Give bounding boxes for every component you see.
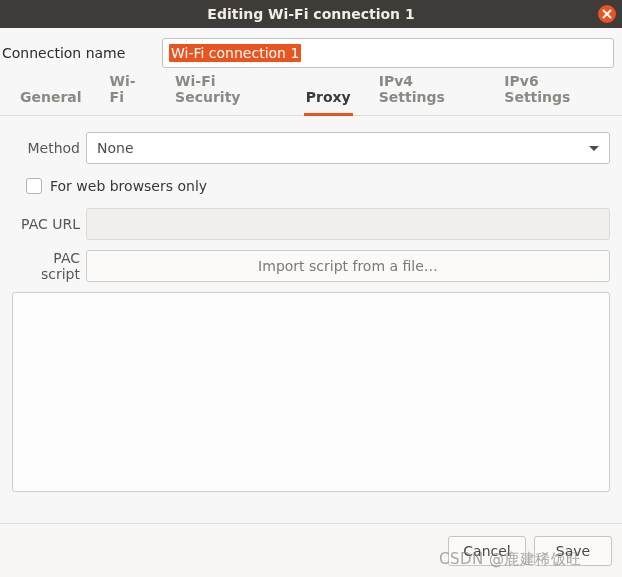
connection-name-label: Connection name xyxy=(0,45,152,61)
tab-ipv4-settings[interactable]: IPv4 Settings xyxy=(377,65,479,115)
save-label: Save xyxy=(556,543,590,559)
chevron-down-icon xyxy=(589,146,599,151)
tab-general[interactable]: General xyxy=(18,81,84,115)
method-row: Method None xyxy=(12,132,610,164)
method-combobox[interactable]: None xyxy=(86,132,610,164)
tab-bar: General Wi-Fi Wi-Fi Security Proxy IPv4 … xyxy=(0,80,622,116)
dialog-footer: Cancel Save xyxy=(0,523,622,577)
connection-name-input[interactable]: Wi-Fi connection 1 xyxy=(162,38,614,68)
pac-url-row: PAC URL xyxy=(12,208,610,240)
tab-proxy[interactable]: Proxy xyxy=(304,81,353,115)
import-script-label: Import script from a file… xyxy=(258,258,438,274)
save-button[interactable]: Save xyxy=(534,536,612,566)
title-bar: Editing Wi-Fi connection 1 xyxy=(0,0,622,28)
tab-wifi-security[interactable]: Wi-Fi Security xyxy=(173,65,280,115)
browsers-only-row: For web browsers only xyxy=(12,174,610,208)
method-label: Method xyxy=(12,140,80,156)
tab-ipv6-settings[interactable]: IPv6 Settings xyxy=(502,65,604,115)
close-icon[interactable] xyxy=(598,5,616,23)
tab-wifi[interactable]: Wi-Fi xyxy=(108,65,149,115)
method-value: None xyxy=(97,140,134,156)
import-script-button[interactable]: Import script from a file… xyxy=(86,250,610,282)
browsers-only-checkbox[interactable] xyxy=(26,178,42,194)
pac-script-label: PAC script xyxy=(12,250,80,282)
window-title: Editing Wi-Fi connection 1 xyxy=(207,6,414,22)
pac-script-row: PAC script Import script from a file… xyxy=(12,250,610,282)
browsers-only-label[interactable]: For web browsers only xyxy=(50,178,207,194)
pac-url-label: PAC URL xyxy=(12,216,80,232)
cancel-button[interactable]: Cancel xyxy=(448,536,526,566)
script-content-area[interactable] xyxy=(12,292,610,492)
cancel-label: Cancel xyxy=(463,543,510,559)
connection-name-value: Wi-Fi connection 1 xyxy=(169,44,301,62)
tab-body-proxy: Method None For web browsers only PAC UR… xyxy=(0,116,622,282)
pac-url-input[interactable] xyxy=(86,208,610,240)
